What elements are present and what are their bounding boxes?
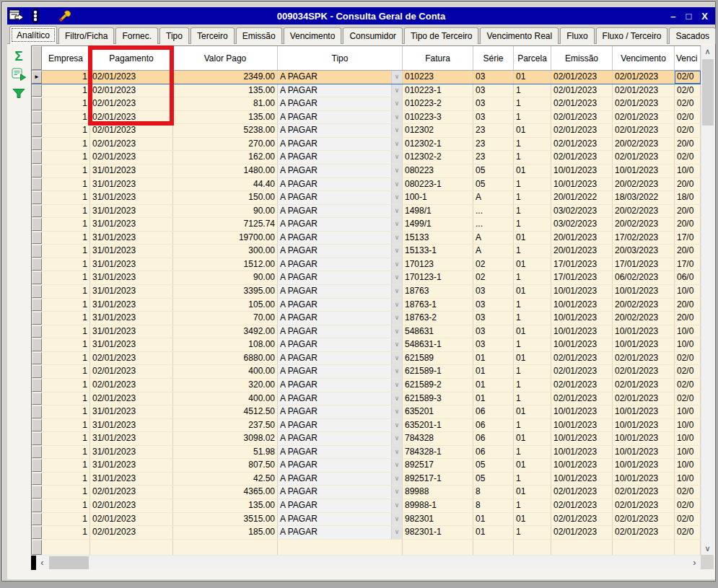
grid-splitter-handle[interactable] <box>31 556 36 570</box>
table-row[interactable]: ►102/01/20232349.00A PAGAR∨010223030102/… <box>32 71 701 84</box>
row-selector[interactable] <box>32 446 42 459</box>
tab-analitico[interactable]: Analítico <box>9 26 57 44</box>
row-selector[interactable] <box>32 419 42 432</box>
tipo-dropdown-icon[interactable]: ∨ <box>391 299 402 312</box>
tipo-dropdown-icon[interactable]: ∨ <box>391 285 402 298</box>
row-selector[interactable] <box>32 392 42 405</box>
table-row[interactable]: 131/01/2023807.50A PAGAR∨892517050110/01… <box>32 459 701 473</box>
table-row[interactable]: 102/01/2023135.00A PAGAR∨010223-303102/0… <box>32 111 701 125</box>
row-selector[interactable] <box>32 405 42 418</box>
tab-tipo-de-terceiro[interactable]: Tipo de Terceiro <box>404 27 478 44</box>
tipo-dropdown-icon[interactable]: ∨ <box>391 97 402 110</box>
tipo-dropdown-icon[interactable]: ∨ <box>391 499 402 512</box>
table-row[interactable]: 131/01/2023300.00A PAGAR∨15133-1A120/01/… <box>32 245 701 258</box>
row-selector[interactable] <box>32 299 42 312</box>
maximize-button[interactable]: □ <box>686 11 691 22</box>
tab-fornec[interactable]: Fornec. <box>115 27 158 44</box>
form-window-icon[interactable] <box>7 8 26 24</box>
table-row[interactable]: 131/01/20237125.74A PAGAR∨1499/1...103/0… <box>32 218 701 232</box>
tipo-dropdown-icon[interactable]: ∨ <box>391 245 402 258</box>
row-selector[interactable] <box>32 513 42 526</box>
tipo-dropdown-icon[interactable]: ∨ <box>391 218 402 231</box>
row-selector[interactable] <box>32 325 42 338</box>
row-selector[interactable] <box>32 271 42 284</box>
tipo-dropdown-icon[interactable]: ∨ <box>391 338 402 351</box>
table-row[interactable]: 131/01/2023150.00A PAGAR∨100-1A120/01/20… <box>32 191 701 205</box>
table-row[interactable]: 131/01/2023108.00A PAGAR∨548631-103110/0… <box>32 338 701 352</box>
row-selector[interactable] <box>32 526 42 539</box>
tipo-dropdown-icon[interactable]: ∨ <box>391 151 402 164</box>
tipo-dropdown-icon[interactable]: ∨ <box>391 419 402 432</box>
row-selector[interactable] <box>32 124 42 137</box>
table-row[interactable]: 131/01/2023237.50A PAGAR∨635201-106110/0… <box>32 419 701 433</box>
table-row[interactable]: 131/01/20233492.00A PAGAR∨548631030110/0… <box>32 325 701 339</box>
traffic-light-icon[interactable] <box>26 8 45 24</box>
row-selector[interactable] <box>32 151 42 164</box>
tipo-dropdown-icon[interactable]: ∨ <box>391 111 402 124</box>
tipo-dropdown-icon[interactable]: ∨ <box>391 325 402 338</box>
row-selector[interactable] <box>32 338 42 351</box>
table-row[interactable]: 131/01/20231480.00A PAGAR∨080223050110/0… <box>32 164 701 178</box>
tipo-dropdown-icon[interactable]: ∨ <box>391 392 402 405</box>
col-header-vencimento[interactable]: Vencimento <box>613 46 675 70</box>
row-selector[interactable] <box>32 84 42 97</box>
tipo-dropdown-icon[interactable]: ∨ <box>391 71 402 84</box>
row-selector[interactable] <box>32 352 42 365</box>
tab-fluxo[interactable]: Fluxo <box>560 27 594 44</box>
row-selector[interactable] <box>32 258 42 271</box>
table-row[interactable]: 131/01/20233395.00A PAGAR∨18763030110/01… <box>32 285 701 299</box>
row-selector[interactable] <box>32 486 42 499</box>
table-row[interactable]: 102/01/2023270.00A PAGAR∨012302-123102/0… <box>32 138 701 152</box>
tab-emissao[interactable]: Emissão <box>236 27 282 44</box>
row-selector[interactable] <box>32 97 42 110</box>
row-selector[interactable] <box>32 191 42 204</box>
row-selector[interactable] <box>32 205 42 218</box>
table-row[interactable]: 131/01/202370.00A PAGAR∨18763-203110/01/… <box>32 312 701 325</box>
row-selector[interactable] <box>32 245 42 258</box>
tipo-dropdown-icon[interactable]: ∨ <box>391 405 402 418</box>
table-row[interactable]: 131/01/20231512.00A PAGAR∨170123020117/0… <box>32 258 701 272</box>
table-row[interactable]: 131/01/202390.00A PAGAR∨170123-102117/01… <box>32 271 701 285</box>
wrench-icon[interactable] <box>55 8 74 24</box>
row-selector[interactable] <box>32 164 42 177</box>
horizontal-scroll-thumb[interactable] <box>49 556 89 569</box>
table-row[interactable]: 102/01/2023185.00A PAGAR∨982301-101102/0… <box>32 526 701 540</box>
table-row[interactable]: 102/01/2023400.00A PAGAR∨621589-101102/0… <box>32 365 701 379</box>
tipo-dropdown-icon[interactable]: ∨ <box>391 232 402 245</box>
col-header-serie[interactable]: Série <box>473 46 514 70</box>
tipo-dropdown-icon[interactable]: ∨ <box>391 258 402 271</box>
table-row[interactable]: 131/01/202319700.00A PAGAR∨15133A0120/01… <box>32 232 701 245</box>
table-row[interactable]: 102/01/2023162.00A PAGAR∨012302-223102/0… <box>32 151 701 164</box>
horizontal-scrollbar[interactable]: ‹ › <box>31 555 701 569</box>
tipo-dropdown-icon[interactable]: ∨ <box>391 271 402 284</box>
vertical-scrollbar[interactable]: ∧ ∨ <box>701 45 714 555</box>
col-header-emissao[interactable]: Emissão <box>551 46 613 70</box>
scroll-down-icon[interactable]: ∨ <box>701 543 714 555</box>
table-row[interactable]: 102/01/202381.00A PAGAR∨010223-203102/01… <box>32 97 701 111</box>
col-header-tipo[interactable]: Tipo <box>278 46 403 70</box>
tab-sacados[interactable]: Sacados <box>669 27 716 44</box>
tab-fluxo-terceiro[interactable]: Fluxo / Terceiro <box>596 27 668 44</box>
table-row[interactable]: 102/01/2023320.00A PAGAR∨621589-201102/0… <box>32 379 701 392</box>
table-row[interactable]: 131/01/20234512.50A PAGAR∨635201060110/0… <box>32 405 701 419</box>
col-header-parcela[interactable]: Parcela <box>514 46 551 70</box>
table-row[interactable]: 131/01/202351.98A PAGAR∨784328-106110/01… <box>32 446 701 460</box>
table-row[interactable]: 102/01/20234365.00A PAGAR∨8998880102/01/… <box>32 486 701 499</box>
col-header-empresa[interactable]: Empresa <box>42 46 90 70</box>
row-selector[interactable] <box>32 138 42 151</box>
tab-tipo[interactable]: Tipo <box>159 27 189 44</box>
table-row[interactable]: 102/01/2023135.00A PAGAR∨89988-18102/01/… <box>32 499 701 513</box>
tipo-dropdown-icon[interactable]: ∨ <box>391 164 402 177</box>
row-selector[interactable] <box>32 232 42 245</box>
tipo-dropdown-icon[interactable]: ∨ <box>391 432 402 445</box>
row-selector[interactable] <box>32 473 42 486</box>
tab-vencimento[interactable]: Vencimento <box>284 27 342 44</box>
export-form-button[interactable] <box>9 66 28 84</box>
tipo-dropdown-icon[interactable]: ∨ <box>391 84 402 97</box>
tipo-dropdown-icon[interactable]: ∨ <box>391 379 402 392</box>
tipo-dropdown-icon[interactable]: ∨ <box>391 486 402 499</box>
row-selector[interactable] <box>32 312 42 325</box>
row-selector[interactable] <box>32 379 42 392</box>
tab-terceiro[interactable]: Terceiro <box>191 27 235 44</box>
table-row[interactable]: 131/01/202342.50A PAGAR∨892517-105110/01… <box>32 473 701 486</box>
